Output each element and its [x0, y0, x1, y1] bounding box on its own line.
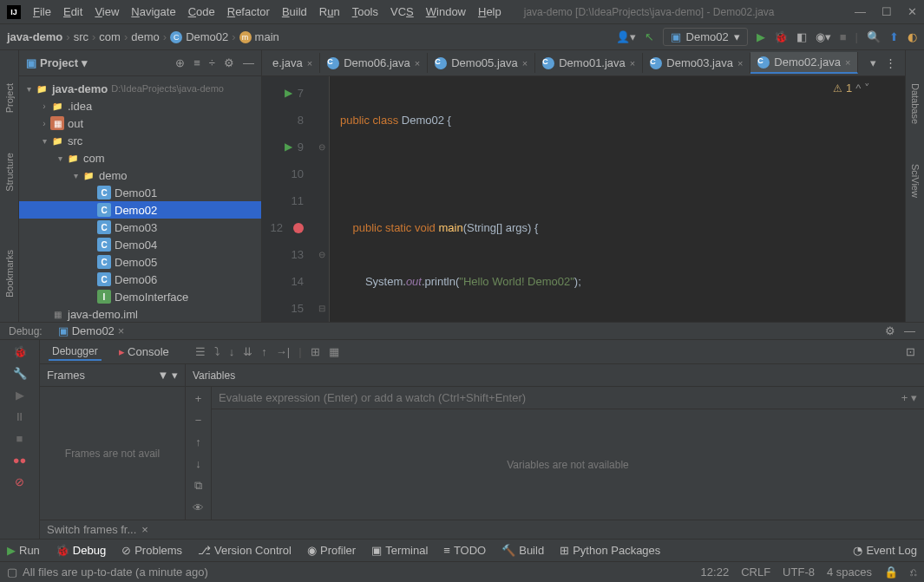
stop-icon[interactable]: ■	[16, 432, 23, 445]
status-encoding[interactable]: UTF-8	[783, 566, 815, 579]
close-icon[interactable]: ×	[630, 58, 635, 69]
tab-profiler[interactable]: ◉Profiler	[307, 544, 356, 557]
ide-settings-icon[interactable]: ◐	[908, 30, 917, 43]
step-out-icon[interactable]: ↑	[261, 345, 267, 358]
evaluate-icon[interactable]: ⊞	[311, 345, 320, 358]
close-icon[interactable]: ×	[141, 523, 148, 536]
tree-src[interactable]: ▾ 📁 src	[19, 132, 261, 149]
tree-idea[interactable]: › 📁 .idea	[19, 97, 261, 114]
breadcrumb-demo[interactable]: demo	[131, 30, 160, 43]
remove-watch-icon[interactable]: −	[195, 414, 202, 427]
stop-icon[interactable]: ■	[840, 30, 847, 43]
breadcrumb-com[interactable]: com	[99, 30, 121, 43]
tab-structure[interactable]: Structure	[3, 146, 16, 199]
gear-icon[interactable]: ⚙	[885, 324, 895, 337]
close-icon[interactable]: ×	[737, 58, 743, 69]
profile-icon[interactable]: ◉▾	[816, 30, 831, 43]
close-icon[interactable]: ×	[307, 58, 312, 69]
tab-eventlog[interactable]: ◔Event Log	[853, 544, 917, 557]
search-icon[interactable]: 🔍	[867, 30, 881, 43]
chevron-down-icon[interactable]: ▾	[172, 369, 178, 382]
menu-vcs[interactable]: VCS	[385, 3, 419, 20]
menu-window[interactable]: Window	[421, 3, 471, 20]
tab-debugger[interactable]: Debugger	[49, 343, 102, 361]
tree-item[interactable]: C Demo01	[19, 184, 261, 201]
editor-tab[interactable]: CDemo06.java×	[320, 53, 428, 73]
up-icon[interactable]: ↑	[195, 435, 201, 448]
tree-item[interactable]: C Demo06	[19, 271, 261, 288]
fold-icon[interactable]: ⊖	[314, 134, 329, 160]
show-execution-icon[interactable]: ☰	[195, 345, 206, 358]
tab-build[interactable]: 🔨Build	[501, 544, 544, 557]
tab-run[interactable]: ▶Run	[7, 544, 40, 557]
tab-sciview[interactable]: SciView	[908, 157, 922, 205]
copy-icon[interactable]: ⧉	[194, 479, 202, 493]
update-icon[interactable]: ⬆	[889, 30, 899, 43]
editor-tab[interactable]: CDemo01.java×	[535, 53, 643, 73]
run-gutter-icon[interactable]: ▶	[285, 134, 292, 160]
editor-tab[interactable]: e.java×	[265, 53, 320, 73]
layout-icon[interactable]: ⊡	[906, 345, 915, 358]
expand-all-icon[interactable]: ≡	[193, 56, 200, 69]
menu-code[interactable]: Code	[183, 3, 220, 20]
tab-database[interactable]: Database	[908, 76, 922, 131]
tree-iml[interactable]: ▦ java-demo.iml	[19, 305, 261, 322]
tab-problems[interactable]: ⊘Problems	[121, 544, 182, 557]
hide-icon[interactable]: —	[904, 324, 915, 337]
status-time[interactable]: 12:22	[701, 566, 730, 579]
menu-tools[interactable]: Tools	[347, 3, 383, 20]
fold-end-icon[interactable]: ⊟	[314, 295, 329, 322]
minimize-icon[interactable]: —	[855, 5, 866, 18]
tree-item[interactable]: C Demo03	[19, 219, 261, 236]
force-step-into-icon[interactable]: ⇊	[243, 345, 252, 358]
tree-item[interactable]: I DemoInterface	[19, 288, 261, 305]
close-icon[interactable]: ×	[845, 57, 850, 68]
editor-tab[interactable]: CDemo02.java×	[750, 52, 858, 74]
more-icon[interactable]: ⋮	[885, 56, 896, 69]
tab-debug[interactable]: 🐞Debug	[56, 544, 106, 557]
tab-project[interactable]: Project	[3, 76, 16, 120]
resume-icon[interactable]: ▶	[16, 389, 24, 402]
fold-icon[interactable]: ⊖	[314, 241, 329, 268]
tree-demo[interactable]: ▾ 📁 demo	[19, 167, 261, 184]
run-gutter-icon[interactable]: ▶	[285, 80, 292, 107]
inspection-badge[interactable]: ⚠ 1 ^ ˅	[833, 82, 870, 95]
pause-icon[interactable]: ⏸	[14, 410, 25, 423]
tab-todo[interactable]: ≡TODO	[443, 544, 486, 557]
menu-view[interactable]: View	[89, 3, 124, 20]
debug-icon[interactable]: 🐞	[774, 30, 788, 43]
select-opened-icon[interactable]: ⊕	[175, 56, 185, 69]
down-icon[interactable]: ↓	[195, 457, 201, 470]
lock-icon[interactable]: 🔒	[884, 566, 898, 579]
run-to-cursor-icon[interactable]: →|	[276, 345, 290, 358]
status-eol[interactable]: CRLF	[741, 566, 770, 579]
breadcrumb-src[interactable]: src	[74, 30, 88, 43]
trace-icon[interactable]: ▦	[329, 345, 339, 358]
debug-config-tab[interactable]: ▣ Demo02 ×	[51, 323, 132, 339]
maximize-icon[interactable]: ☐	[881, 5, 892, 18]
mute-breakpoints-icon[interactable]: ⊘	[15, 475, 24, 488]
tree-out[interactable]: › ▦ out	[19, 114, 261, 132]
filter-icon[interactable]: ▼	[158, 369, 169, 382]
run-icon[interactable]: ▶	[757, 30, 765, 43]
breadcrumb-class[interactable]: Demo02	[186, 30, 228, 43]
modify-icon[interactable]: 🔧	[13, 367, 27, 380]
hide-icon[interactable]: —	[243, 56, 254, 69]
coverage-icon[interactable]: ◧	[796, 30, 807, 43]
gear-icon[interactable]: ⚙	[224, 56, 234, 69]
tab-bookmarks[interactable]: Bookmarks	[3, 243, 16, 304]
add-icon[interactable]: + ▾	[901, 391, 917, 404]
collapse-all-icon[interactable]: ÷	[209, 56, 215, 69]
tab-console[interactable]: ▸ Console	[115, 343, 173, 360]
editor-tab[interactable]: CDemo03.java×	[643, 53, 750, 73]
menu-navigate[interactable]: Navigate	[126, 3, 180, 20]
tree-com[interactable]: ▾ 📁 com	[19, 149, 261, 167]
tree-item[interactable]: C Demo02	[19, 201, 261, 219]
show-watches-icon[interactable]: 👁	[193, 501, 204, 514]
step-into-icon[interactable]: ↓	[229, 345, 235, 358]
tab-terminal[interactable]: ▣Terminal	[371, 544, 428, 557]
menu-build[interactable]: Build	[277, 3, 312, 20]
close-icon[interactable]: ×	[118, 324, 125, 337]
menu-edit[interactable]: Edit	[58, 3, 88, 20]
project-panel-title[interactable]: ▣ Project ▾	[26, 56, 88, 69]
